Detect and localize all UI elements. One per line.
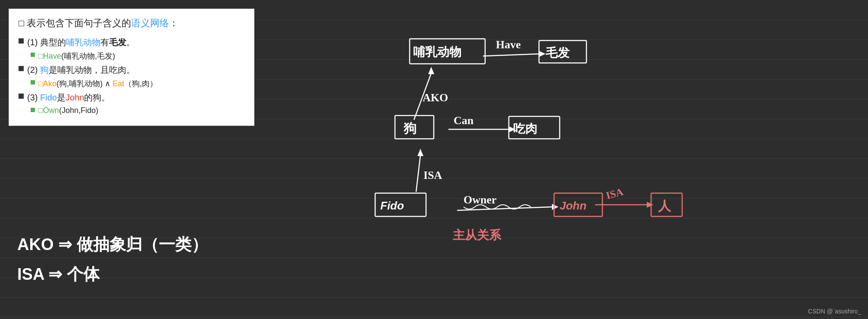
svg-text:毛发: 毛发 bbox=[545, 46, 570, 59]
svg-marker-4 bbox=[428, 67, 434, 74]
svg-text:ISA: ISA bbox=[605, 186, 625, 201]
svg-text:哺乳动物: 哺乳动物 bbox=[413, 45, 461, 59]
svg-marker-13 bbox=[552, 204, 558, 210]
semantic-network-diagram: Have AKO Can ISA Owner ISA 哺乳动物 毛发 狗 吃肉 … bbox=[285, 0, 867, 319]
bottom-left-area: AKO ⇒ 做抽象归（一类） ISA ⇒ 个体 bbox=[17, 234, 208, 293]
svg-text:Fido: Fido bbox=[380, 199, 404, 212]
svg-text:John: John bbox=[560, 199, 586, 212]
svg-text:Have: Have bbox=[496, 38, 521, 51]
bullet-item-1: (1) 典型的哺乳动物有毛发。 bbox=[19, 36, 244, 48]
bullet-text-2: (2) 狗是哺乳动物，且吃肉。 bbox=[27, 64, 135, 76]
sub-square-3 bbox=[31, 108, 35, 112]
svg-text:Owner: Owner bbox=[464, 194, 497, 206]
watermark: CSDN @`asushiro_ bbox=[808, 308, 861, 315]
sub-square-1 bbox=[31, 53, 35, 57]
bullet-item-3: (3) Fido是John的狗。 bbox=[19, 91, 244, 103]
svg-text:主从关系: 主从关系 bbox=[453, 228, 501, 242]
sub-square-2 bbox=[31, 80, 35, 84]
svg-marker-10 bbox=[417, 149, 423, 156]
ako-description: AKO ⇒ 做抽象归（一类） bbox=[17, 234, 208, 256]
svg-marker-1 bbox=[539, 51, 545, 57]
svg-line-9 bbox=[416, 155, 420, 192]
panel-title: □ 表示包含下面句子含义的语义网络： bbox=[19, 17, 244, 30]
bullet-item-2: (2) 狗是哺乳动物，且吃肉。 bbox=[19, 64, 244, 76]
svg-text:吃肉: 吃肉 bbox=[513, 122, 537, 135]
title-prefix: □ 表示包含下面句子含义的 bbox=[19, 18, 131, 28]
bullet-text-1: (1) 典型的哺乳动物有毛发。 bbox=[27, 36, 135, 48]
svg-text:ISA: ISA bbox=[423, 169, 442, 181]
sub-bullet-3: □Own(John,Fido) bbox=[19, 106, 244, 115]
sub-bullet-1: □Have(哺乳动物,毛发) bbox=[19, 51, 244, 61]
svg-marker-16 bbox=[647, 202, 653, 208]
bullet-square-3 bbox=[19, 94, 24, 99]
svg-line-0 bbox=[483, 54, 539, 56]
bullet-square-2 bbox=[19, 66, 24, 71]
svg-text:AKO: AKO bbox=[423, 91, 448, 104]
bullet-text-3: (3) Fido是John的狗。 bbox=[27, 91, 110, 103]
svg-text:狗: 狗 bbox=[403, 121, 417, 135]
sub-bullet-2: □Ako(狗,哺乳动物) ∧ Eat（狗,肉） bbox=[19, 78, 244, 89]
svg-text:人: 人 bbox=[658, 199, 671, 213]
bullet-square-1 bbox=[19, 38, 24, 44]
svg-text:Can: Can bbox=[454, 114, 474, 127]
left-panel: □ 表示包含下面句子含义的语义网络： (1) 典型的哺乳动物有毛发。 □Have… bbox=[9, 9, 254, 126]
isa-description: ISA ⇒ 个体 bbox=[17, 263, 208, 285]
title-highlight: 语义网络 bbox=[131, 18, 169, 28]
